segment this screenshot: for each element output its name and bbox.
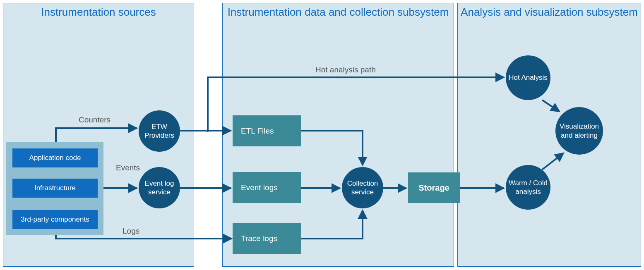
block-application-code: Application code — [12, 148, 98, 167]
block-etl-files: ETL Files — [233, 115, 301, 146]
label-counters: Counters — [79, 115, 111, 124]
block-event-logs: Event logs — [233, 172, 301, 203]
block-infrastructure: Infrastructure — [12, 179, 98, 198]
label-events: Events — [116, 163, 140, 172]
block-trace-logs: Trace logs — [233, 223, 301, 254]
circle-etw-providers: ETW Providers — [139, 110, 180, 152]
circle-visualization: Visualization and alerting — [555, 107, 603, 155]
block-storage: Storage — [408, 172, 460, 203]
label-hot-path: Hot analysis path — [315, 65, 376, 74]
panel-analysis-title: Analysis and visualization subsystem — [458, 6, 641, 19]
circle-collection-service: Collection service — [342, 167, 383, 208]
block-third-party: 3rd-party components — [12, 210, 98, 229]
panel-analysis: Analysis and visualization subsystem — [457, 3, 641, 267]
svg-point-0 — [207, 129, 209, 132]
label-logs: Logs — [123, 227, 139, 236]
circle-hot-analysis: Hot Analysis — [506, 55, 550, 100]
circle-eventlog-service: Event log service — [139, 167, 180, 208]
circle-warm-cold: Warm / Cold analysis — [506, 165, 550, 210]
panel-collection-title: Instrumentation data and collection subs… — [223, 6, 454, 19]
panel-sources-title: Instrumentation sources — [3, 6, 194, 19]
